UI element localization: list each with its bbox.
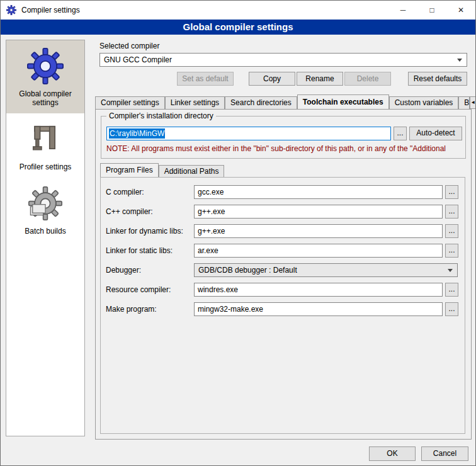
tab-strip: Compiler settings Linker settings Search…	[95, 95, 472, 109]
compiler-settings-window: Compiler settings ─ □ ✕ Global compiler …	[0, 0, 476, 466]
install-dir-browse-button[interactable]: ...	[394, 127, 407, 140]
dynamic-linker-label: Linker for dynamic libs:	[106, 224, 183, 238]
tab-search-directories[interactable]: Search directories	[225, 96, 297, 109]
ok-button[interactable]: OK	[369, 446, 416, 461]
gray-gear-stack-icon	[9, 184, 82, 223]
field-row: Linker for static libs: ar.exe ...	[101, 244, 465, 258]
blue-gear-icon	[9, 47, 82, 86]
make-program-label: Make program:	[106, 302, 157, 316]
resource-compiler-label: Resource compiler:	[106, 283, 171, 297]
selected-compiler-value: GNU GCC Compiler	[100, 55, 457, 64]
debugger-value: GDB/CDB debugger : Default	[195, 266, 448, 275]
titlebar: Compiler settings ─ □ ✕	[1, 1, 475, 20]
chevron-down-icon	[457, 59, 462, 62]
static-linker-label: Linker for static libs:	[106, 244, 173, 258]
sidebar-item-profiler-settings[interactable]: Profiler settings	[6, 113, 84, 178]
toolchain-executables-panel: Compiler's installation directory C:\ray…	[95, 109, 472, 440]
rename-button[interactable]: Rename	[297, 72, 343, 86]
resource-compiler-browse-button[interactable]: ...	[445, 283, 458, 297]
static-linker-input[interactable]: ar.exe	[194, 244, 443, 258]
set-as-default-button[interactable]: Set as default	[177, 72, 234, 86]
debugger-select[interactable]: GDB/CDB debugger : Default	[194, 263, 458, 277]
window-controls: ─ □ ✕	[388, 1, 475, 20]
maximize-button[interactable]: □	[417, 1, 446, 20]
chevron-down-icon	[448, 269, 453, 272]
copy-button[interactable]: Copy	[249, 72, 295, 86]
tab-linker-settings[interactable]: Linker settings	[165, 96, 225, 109]
sidebar-item-label: Profiler settings	[9, 162, 82, 171]
sidebar: Global compiler settings Profiler settin…	[6, 40, 85, 436]
c-compiler-input[interactable]: gcc.exe	[194, 185, 443, 199]
tab-scroll-left-button[interactable]: ◄	[470, 96, 476, 109]
cpp-compiler-label: C++ compiler:	[106, 205, 153, 219]
sidebar-item-global-compiler-settings[interactable]: Global compiler settings	[6, 40, 84, 113]
auto-detect-button[interactable]: Auto-detect	[409, 127, 462, 140]
installation-directory-group: Compiler's installation directory C:\ray…	[101, 116, 466, 159]
dynamic-linker-browse-button[interactable]: ...	[445, 224, 458, 238]
tab-toolchain-executables[interactable]: Toolchain executables	[297, 94, 389, 109]
sidebar-item-label: Batch builds	[9, 227, 82, 236]
note-text: NOTE: All programs must exist either in …	[106, 144, 463, 153]
clamp-icon	[9, 120, 82, 159]
subtab-strip: Program Files Additional Paths	[100, 164, 224, 177]
field-row: Debugger: GDB/CDB debugger : Default	[101, 263, 465, 277]
cancel-button[interactable]: Cancel	[421, 446, 468, 461]
static-linker-browse-button[interactable]: ...	[445, 244, 458, 258]
program-files-panel: C compiler: gcc.exe ... C++ compiler: g+…	[100, 177, 465, 434]
field-row: C compiler: gcc.exe ...	[101, 185, 465, 199]
selected-compiler-label: Selected compiler	[99, 42, 159, 50]
field-row: Resource compiler: windres.exe ...	[101, 283, 465, 297]
subtab-program-files[interactable]: Program Files	[100, 163, 159, 177]
tab-build-truncated[interactable]: Buil	[458, 96, 470, 109]
sidebar-item-label: Global compiler settings	[9, 89, 82, 107]
debugger-label: Debugger:	[106, 263, 141, 277]
group-title: Compiler's installation directory	[106, 111, 216, 120]
field-row: Make program: mingw32-make.exe ...	[101, 302, 465, 316]
window-title: Compiler settings	[21, 6, 80, 14]
resource-compiler-input[interactable]: windres.exe	[194, 283, 443, 297]
minimize-button[interactable]: ─	[388, 1, 417, 20]
delete-button[interactable]: Delete	[344, 72, 391, 86]
field-row: Linker for dynamic libs: g++.exe ...	[101, 224, 465, 238]
reset-defaults-button[interactable]: Reset defaults	[408, 72, 467, 86]
tab-compiler-settings[interactable]: Compiler settings	[95, 96, 165, 109]
subtab-additional-paths[interactable]: Additional Paths	[159, 165, 225, 177]
close-button[interactable]: ✕	[446, 1, 475, 20]
sidebar-item-batch-builds[interactable]: Batch builds	[6, 178, 84, 242]
c-compiler-browse-button[interactable]: ...	[445, 185, 458, 199]
tab-custom-variables[interactable]: Custom variables	[389, 96, 459, 109]
dynamic-linker-input[interactable]: g++.exe	[194, 224, 443, 238]
install-dir-selected-text: C:\raylib\MinGW	[109, 128, 165, 139]
c-compiler-label: C compiler:	[106, 185, 144, 199]
make-program-browse-button[interactable]: ...	[445, 302, 458, 316]
page-title: Global compiler settings	[1, 20, 475, 35]
field-row: C++ compiler: g++.exe ...	[101, 205, 465, 219]
install-dir-input[interactable]: C:\raylib\MinGW	[106, 127, 391, 140]
cpp-compiler-input[interactable]: g++.exe	[194, 205, 443, 219]
selected-compiler-dropdown[interactable]: GNU GCC Compiler	[99, 53, 467, 67]
cpp-compiler-browse-button[interactable]: ...	[445, 205, 458, 219]
make-program-input[interactable]: mingw32-make.exe	[194, 302, 443, 316]
app-icon	[6, 5, 16, 15]
